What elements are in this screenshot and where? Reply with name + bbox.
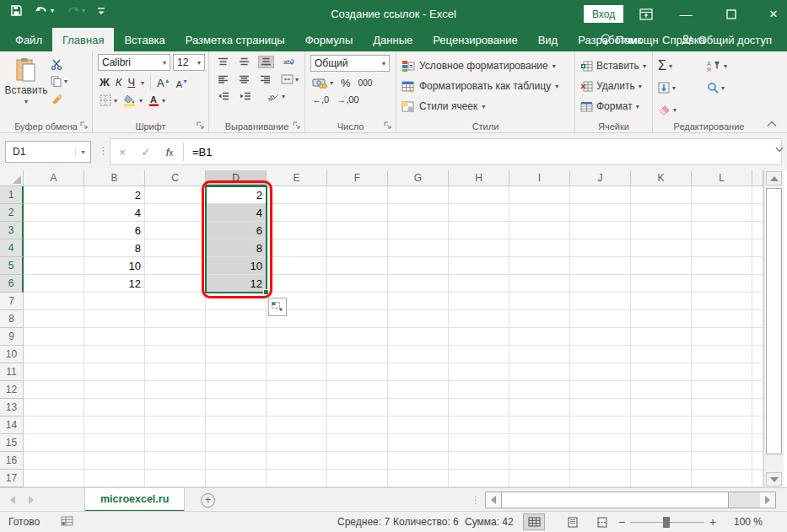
formula-bar-splitter[interactable]: ⋮ [98,144,109,157]
wrap-text-button[interactable]: ab [281,56,297,68]
cell-J2[interactable] [570,204,631,222]
cell-I16[interactable] [509,452,570,470]
fill-color-dropdown-icon[interactable]: ▾ [139,97,143,105]
cell-G4[interactable] [388,239,449,257]
cell-K5[interactable] [631,257,692,275]
cell-D6[interactable]: 12 [206,275,267,293]
accounting-format-button[interactable]: ▾ [312,78,333,89]
cell-H3[interactable] [449,222,509,239]
cell-E16[interactable] [267,452,327,470]
cell-F5[interactable] [327,257,388,275]
cell-L6[interactable] [692,275,752,293]
cell-H12[interactable] [449,381,509,399]
cell-A12[interactable] [24,381,84,399]
cell-C10[interactable] [145,346,206,363]
cell-E1[interactable] [267,186,327,204]
column-header-J[interactable]: J [570,170,631,186]
prev-sheet-icon[interactable] [10,496,15,504]
cell-H17[interactable] [449,470,509,487]
cell-partial-12[interactable] [752,381,763,399]
cell-E3[interactable] [267,222,327,239]
cell-A17[interactable] [24,470,84,487]
cell-A11[interactable] [24,363,84,381]
cell-L9[interactable] [692,328,752,346]
cell-H15[interactable] [449,434,509,452]
cell-I2[interactable] [509,204,570,222]
cell-B17[interactable] [84,470,145,487]
row-header-8[interactable]: 8 [0,310,24,328]
conditional-formatting-button[interactable]: Условное форматирование ▾ [402,56,571,76]
cell-F3[interactable] [327,222,388,239]
cell-partial-17[interactable] [752,470,763,487]
column-header-F[interactable]: F [327,170,388,186]
cell-D1[interactable]: 2 [206,186,267,204]
vertical-scrollbar[interactable] [763,170,784,487]
cell-F4[interactable] [327,239,388,257]
cell-J12[interactable] [570,381,631,399]
cell-D2[interactable]: 4 [206,204,267,222]
cell-K14[interactable] [631,416,692,434]
cell-C14[interactable] [145,416,206,434]
row-header-13[interactable]: 13 [0,399,24,416]
underline-dropdown-icon[interactable]: ▾ [141,79,144,87]
cell-E17[interactable] [267,470,327,487]
cut-button[interactable] [51,59,67,70]
row-header-1[interactable]: 1 [0,186,24,204]
cell-I13[interactable] [509,399,570,416]
cell-B13[interactable] [84,399,145,416]
cell-D12[interactable] [206,381,267,399]
cell-F16[interactable] [327,452,388,470]
cell-I14[interactable] [509,416,570,434]
cell-partial-9[interactable] [752,328,763,346]
tab-2[interactable]: Вставка [114,28,175,51]
cell-G10[interactable] [388,346,449,363]
enter-formula-icon[interactable]: ✓ [134,146,158,159]
cell-partial-4[interactable] [752,239,763,257]
close-button[interactable]: × [757,0,787,28]
cell-H8[interactable] [449,310,509,328]
cell-A14[interactable] [24,416,84,434]
cell-L11[interactable] [692,363,752,381]
view-page-layout-button[interactable] [562,513,584,530]
cell-C1[interactable] [145,186,206,204]
next-sheet-icon[interactable] [29,496,34,504]
cell-partial-10[interactable] [752,346,763,363]
cell-J3[interactable] [570,222,631,239]
cell-K16[interactable] [631,452,692,470]
tab-6[interactable]: Рецензирование [423,28,527,51]
zoom-level[interactable]: 100 % [734,516,763,528]
clear-button[interactable]: ▾ [658,105,707,115]
cell-partial-8[interactable] [752,310,763,328]
borders-button[interactable]: ▾ [100,94,117,106]
autofill-options-button[interactable] [268,298,287,316]
cell-C2[interactable] [145,204,206,222]
cell-partial-1[interactable] [752,186,763,204]
cell-G1[interactable] [388,186,449,204]
shrink-font-button[interactable]: А▼ [176,76,188,90]
cell-I1[interactable] [509,186,570,204]
cell-B7[interactable] [84,293,145,310]
fill-handle[interactable] [263,289,269,295]
cell-B11[interactable] [84,363,145,381]
row-header-15[interactable]: 15 [0,434,24,452]
cell-E13[interactable] [267,399,327,416]
row-header-11[interactable]: 11 [0,363,24,381]
scroll-left-icon[interactable] [486,492,501,508]
sort-filter-button[interactable]: АЯ ▾ [707,60,756,72]
cell-L15[interactable] [692,434,752,452]
cell-G16[interactable] [388,452,449,470]
column-header-H[interactable]: H [449,170,509,186]
cell-partial-3[interactable] [752,222,763,239]
cell-B2[interactable]: 4 [84,204,145,222]
cell-J9[interactable] [570,328,631,346]
increase-decimal-button[interactable]: ←,0 [312,94,329,105]
cell-H2[interactable] [449,204,509,222]
copy-dropdown-icon[interactable]: ▾ [64,78,67,85]
row-header-5[interactable]: 5 [0,257,24,275]
macro-record-icon[interactable] [61,516,73,526]
cell-L10[interactable] [692,346,752,363]
cell-A15[interactable] [24,434,84,452]
sign-in-button[interactable]: Вход [584,5,623,23]
cell-F11[interactable] [327,363,388,381]
cell-F9[interactable] [327,328,388,346]
